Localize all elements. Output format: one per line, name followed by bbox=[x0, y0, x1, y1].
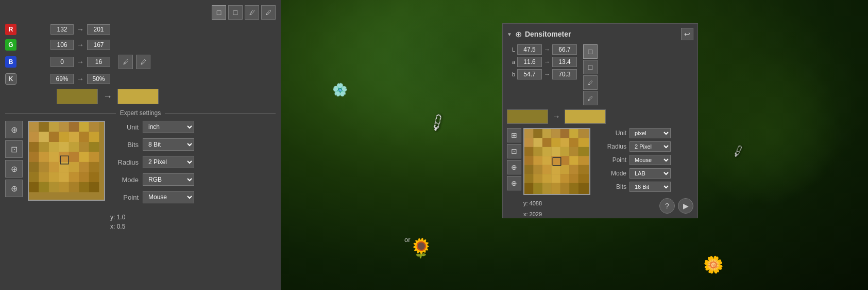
eyedropper-left-icon[interactable]: 🖊 bbox=[118, 55, 133, 69]
toolbar-btn-crosshair[interactable]: ⊕ bbox=[5, 121, 23, 138]
svg-rect-40 bbox=[69, 172, 79, 182]
svg-rect-57 bbox=[569, 129, 578, 138]
lab-icon-btn-1[interactable]: □ bbox=[583, 44, 598, 59]
svg-rect-23 bbox=[39, 152, 48, 162]
svg-rect-28 bbox=[89, 152, 99, 162]
svg-rect-52 bbox=[524, 129, 533, 138]
r-channel-row: R → bbox=[5, 24, 276, 35]
r-value-from[interactable] bbox=[50, 24, 74, 35]
l-arrow: → bbox=[544, 46, 550, 53]
color-swatch-before bbox=[57, 89, 98, 104]
toolbar-btn-select[interactable]: ⊡ bbox=[5, 140, 23, 158]
right-settings: Unit pixel inch cm Radius 1 Pixel 2 Pixe… bbox=[595, 128, 693, 214]
svg-rect-48 bbox=[79, 182, 89, 192]
svg-rect-66 bbox=[524, 147, 533, 156]
svg-rect-100 bbox=[578, 183, 589, 194]
unit-select[interactable]: inch cm pixel bbox=[143, 121, 194, 133]
svg-rect-41 bbox=[79, 172, 89, 182]
channel-icon-1[interactable]: □ bbox=[212, 5, 226, 20]
eyedropper-right-icon[interactable]: 🖊 bbox=[136, 55, 150, 69]
svg-rect-91 bbox=[560, 174, 569, 183]
right-tb-2[interactable]: ⊡ bbox=[507, 144, 521, 158]
g-value-to[interactable] bbox=[87, 40, 110, 50]
bits-select[interactable]: 8 Bit 16 Bit bbox=[143, 138, 194, 151]
channel-icon-2[interactable]: □ bbox=[228, 5, 243, 20]
b-channel-row: B → 🖊 🖊 bbox=[5, 55, 276, 69]
svg-rect-38 bbox=[49, 172, 59, 182]
a-value-from[interactable] bbox=[517, 57, 542, 67]
point-select[interactable]: Mouse Fixed bbox=[143, 191, 194, 203]
svg-rect-11 bbox=[59, 132, 69, 142]
densitometer-panel: ▼ ⊕ Densitometer ↩ L → a → bbox=[502, 23, 698, 218]
svg-rect-74 bbox=[533, 156, 542, 165]
help-button[interactable]: ? bbox=[659, 198, 675, 214]
x-coord: x: 0.5 bbox=[110, 222, 276, 231]
eyedropper-icon-1[interactable]: 🖊 bbox=[245, 5, 259, 20]
right-color-preview-area: → bbox=[507, 109, 693, 124]
bits-right-select[interactable]: 8 Bit 16 Bit bbox=[629, 182, 671, 192]
svg-rect-26 bbox=[69, 152, 79, 162]
a-label: a bbox=[507, 59, 515, 65]
bits-row: Bits 8 Bit 16 Bit bbox=[110, 138, 276, 151]
svg-rect-83 bbox=[551, 165, 560, 174]
lab-l-row: L → bbox=[507, 44, 577, 55]
b-value-to[interactable] bbox=[87, 57, 110, 67]
svg-rect-44 bbox=[39, 182, 48, 192]
collapse-triangle-icon[interactable]: ▼ bbox=[507, 31, 512, 37]
lab-icon-btn-2[interactable]: □ bbox=[583, 60, 598, 74]
panel-close-button[interactable]: ↩ bbox=[681, 28, 693, 40]
lab-eyedropper-1[interactable]: 🖊 bbox=[583, 75, 598, 90]
lab-a-row: a → bbox=[507, 57, 577, 67]
radius-select[interactable]: 1 Pixel 2 Pixel 3 Pixel bbox=[143, 156, 194, 168]
svg-rect-19 bbox=[69, 142, 79, 152]
unit-right-label: Unit bbox=[595, 130, 626, 137]
left-panel: □ □ 🖊 🖊 R → G → B → 🖊 🖊 bbox=[0, 0, 281, 290]
right-swatch-before bbox=[507, 109, 548, 124]
toolbar-btn-move[interactable]: ⊕ bbox=[5, 160, 23, 178]
flower-yellow-2: 🌼 bbox=[703, 255, 724, 275]
svg-rect-10 bbox=[49, 132, 59, 142]
svg-rect-61 bbox=[542, 138, 551, 147]
coords-display: y: 1.0 x: 0.5 bbox=[110, 213, 276, 231]
point-label: Point bbox=[110, 194, 139, 201]
svg-rect-60 bbox=[533, 138, 542, 147]
toolbar-btn-rotate[interactable]: ⊕ bbox=[5, 180, 23, 197]
mode-label: Mode bbox=[110, 176, 139, 184]
k-channel-row: K → bbox=[5, 73, 276, 85]
play-button[interactable]: ▶ bbox=[678, 198, 693, 214]
l-value-to[interactable] bbox=[552, 44, 577, 55]
mode-select[interactable]: RGB LAB CMYK bbox=[143, 173, 194, 186]
mode-right-select[interactable]: RGB LAB CMYK bbox=[629, 168, 671, 179]
right-tb-4[interactable]: ⊕ bbox=[507, 176, 521, 190]
a-value-to[interactable] bbox=[552, 57, 577, 67]
color-swatch-after bbox=[117, 89, 159, 104]
lab-b-row: b → bbox=[507, 69, 577, 79]
g-value-from[interactable] bbox=[50, 40, 74, 50]
l-value-from[interactable] bbox=[517, 44, 542, 55]
radius-right-select[interactable]: 1 Pixel 2 Pixel 3 Pixel bbox=[629, 141, 671, 152]
svg-rect-49 bbox=[89, 182, 99, 192]
b-value-to[interactable] bbox=[552, 69, 577, 79]
right-x-coord: x: 2029 bbox=[523, 210, 542, 219]
right-tb-3[interactable]: ⊕ bbox=[507, 160, 521, 174]
expert-section: ⊕ ⊡ ⊕ ⊕ bbox=[5, 121, 276, 231]
panel-title: Densitometer bbox=[525, 30, 571, 38]
b-value-from[interactable] bbox=[50, 57, 74, 67]
svg-rect-69 bbox=[551, 147, 560, 156]
eyedropper-icon-2[interactable]: 🖊 bbox=[261, 5, 276, 20]
b-value-from[interactable] bbox=[517, 69, 542, 79]
right-tb-1[interactable]: ⊞ bbox=[507, 128, 521, 142]
preview-with-tools: ⊞ ⊡ ⊕ ⊕ bbox=[507, 128, 590, 214]
k-value-to[interactable] bbox=[87, 74, 110, 84]
lab-eyedropper-2[interactable]: 🖊 bbox=[583, 91, 598, 105]
point-right-select[interactable]: Mouse Fixed bbox=[629, 155, 671, 165]
k-value-from[interactable] bbox=[50, 74, 74, 84]
svg-rect-4 bbox=[59, 122, 69, 132]
svg-rect-22 bbox=[29, 152, 39, 162]
r-value-to[interactable] bbox=[87, 24, 110, 35]
scene: □ □ 🖊 🖊 R → G → B → 🖊 🖊 bbox=[0, 0, 868, 290]
svg-rect-87 bbox=[524, 174, 533, 183]
lab-icon-buttons: □ □ 🖊 🖊 bbox=[583, 44, 598, 105]
settings-grid: Unit inch cm pixel Bits 8 Bit 16 Bit Rad bbox=[110, 121, 276, 231]
unit-right-select[interactable]: pixel inch cm bbox=[629, 128, 671, 138]
